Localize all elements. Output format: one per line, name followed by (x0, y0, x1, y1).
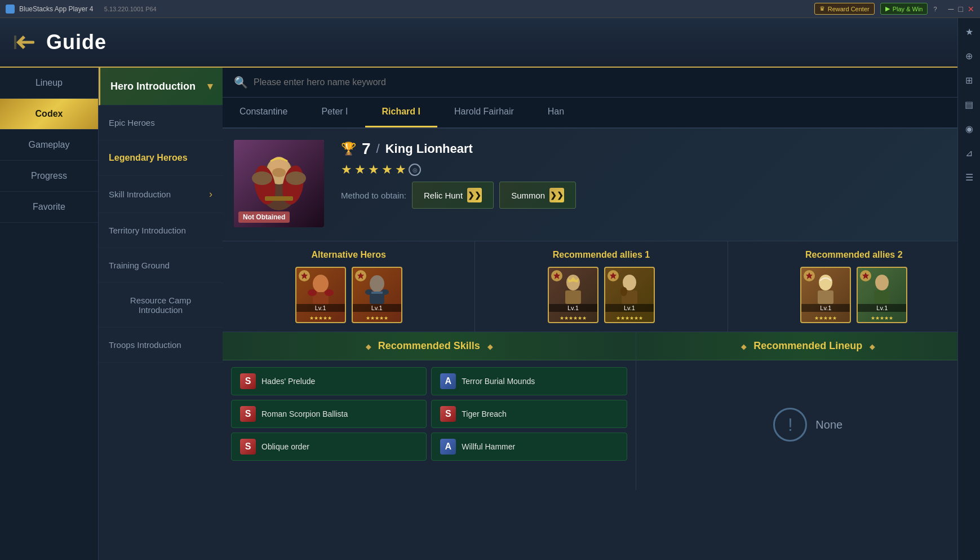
title-bar-right: ♛ Reward Center ▶ Play & Win ? ─ □ ✕ (814, 3, 974, 15)
hero-title-label: King Lionheart (385, 142, 473, 156)
hero-stars: ★ ★ ★ ★ ★ ◎ (341, 162, 969, 177)
sidebar-item-resource-camp[interactable]: Resource Camp Introduction (99, 283, 223, 328)
alternative-heros-title: Alternative Heros (234, 250, 463, 260)
toolbar-list-icon[interactable]: ▤ (961, 96, 977, 112)
obtain-row: Method to obtain: Relic Hunt ❯❯ Summon ❯… (341, 182, 969, 209)
recommended-allies-2-row: Lv.1 ★★★★★ Lv.1 (739, 267, 969, 323)
bottom-section: Recommended Skills S Hades' Prelude A Te… (223, 332, 980, 490)
ally1-card-1[interactable]: Lv.1 ★★★★★★ (548, 267, 598, 323)
sidebar-item-troops-intro[interactable]: Troops Introduction (99, 328, 223, 363)
toolbar-circle-icon[interactable]: ◉ (961, 121, 977, 136)
sidebar-item-skill-intro[interactable]: Skill Introduction › (99, 176, 223, 213)
window-controls: ─ □ ✕ (948, 5, 974, 14)
hero-avatar: Not Obtained (234, 140, 324, 227)
ally2-stars-1: ★★★★★ (801, 315, 850, 321)
search-input[interactable] (254, 77, 969, 87)
hero-card-stars-1: ★★★★★ (296, 315, 345, 321)
sidebar-item-territory-intro[interactable]: Territory Introduction (99, 213, 223, 248)
nav-item-codex[interactable]: Codex (0, 99, 98, 130)
help-icon[interactable]: ? (933, 6, 937, 12)
minimize-btn[interactable]: ─ (948, 5, 954, 14)
svg-point-19 (370, 275, 384, 292)
app-version: 5.13.220.1001 P64 (104, 6, 157, 12)
svg-rect-8 (265, 196, 293, 201)
not-obtained-badge: Not Obtained (238, 211, 290, 223)
ally1-level-1: Lv.1 (549, 304, 597, 312)
tab-richard-i[interactable]: Richard I (365, 98, 437, 127)
ally1-card-2[interactable]: Lv.1 ★★★★★★ (604, 267, 655, 323)
svg-point-10 (286, 171, 306, 185)
skill-name-1: Hades' Prelude (261, 377, 315, 386)
tab-han[interactable]: Han (531, 98, 581, 127)
svg-rect-34 (818, 290, 833, 304)
skill-badge-s-4: S (240, 439, 256, 455)
star-3: ★ (368, 162, 379, 177)
rank-icon: 🏆 (341, 142, 356, 156)
skill-item-hades-prelude[interactable]: S Hades' Prelude (231, 367, 427, 395)
summon-btn[interactable]: Summon ❯❯ (499, 182, 576, 209)
hero-detail: Not Obtained 🏆 7 / King Lionheart ★ ★ ★ … (223, 129, 980, 241)
main-layout: Lineup Codex Gameplay Progress Favorite … (0, 68, 980, 560)
toolbar-star-icon[interactable]: ★ (961, 24, 977, 39)
chevron-right-icon: › (209, 188, 212, 200)
maximize-btn[interactable]: □ (959, 5, 963, 14)
sidebar-item-training-ground[interactable]: Training Ground (99, 248, 223, 283)
svg-rect-23 (371, 292, 383, 294)
hero-card-rank-icon-1 (299, 270, 310, 281)
lineup-none-icon: ! (773, 408, 807, 442)
relic-hunt-btn[interactable]: Relic Hunt ❯❯ (412, 182, 494, 209)
skill-item-tiger-breach[interactable]: S Tiger Breach (431, 400, 627, 428)
skill-item-willful-hammer[interactable]: A Willful Hammer (431, 433, 627, 461)
title-bar: BlueStacks App Player 4 5.13.220.1001 P6… (0, 0, 980, 18)
play-win-btn[interactable]: ▶ Play & Win (880, 3, 928, 15)
nav-item-lineup[interactable]: Lineup (0, 68, 98, 99)
skill-badge-s-2: S (240, 406, 256, 422)
sidebar-item-legendary-heroes[interactable]: Legendary Heroes (99, 140, 223, 176)
alt-hero-card-1[interactable]: Lv.1 ★★★★★ (295, 267, 346, 323)
nav-item-gameplay[interactable]: Gameplay (0, 130, 98, 161)
nav-item-progress[interactable]: Progress (0, 161, 98, 192)
sidebar-item-hero-intro[interactable]: Hero Introduction ▾ (99, 68, 223, 105)
toolbar-angle-icon[interactable]: ⊿ (961, 145, 977, 161)
toolbar-add-icon[interactable]: ⊕ (961, 48, 977, 64)
skill-item-roman-scorpion[interactable]: S Roman Scorpion Ballista (231, 400, 427, 428)
skill-name-5: Oblique order (261, 442, 309, 451)
alternative-heros-col: Alternative Heros (223, 241, 475, 332)
skill-item-terror-burial[interactable]: A Terror Burial Mounds (431, 367, 627, 395)
back-button[interactable] (11, 31, 39, 54)
toolbar-grid-icon[interactable]: ⊞ (961, 72, 977, 88)
ally2-stars-2: ★★★★★ (858, 315, 906, 321)
sidebar-item-epic-heroes[interactable]: Epic Heroes (99, 105, 223, 140)
ally1-rank-1 (551, 270, 562, 281)
hero-tabs: Constantine Peter I Richard I Harold Fai… (223, 98, 980, 129)
ally2-level-1: Lv.1 (801, 304, 850, 312)
app-title: Guide (46, 30, 107, 54)
tab-harold-fairhair[interactable]: Harold Fairhair (437, 98, 531, 127)
rank-separator: / (376, 142, 380, 156)
skill-item-oblique-order[interactable]: S Oblique order (231, 433, 427, 461)
obtain-label: Method to obtain: (341, 191, 406, 200)
skill-name-3: Roman Scorpion Ballista (261, 409, 348, 418)
svg-marker-24 (553, 272, 560, 279)
ally2-card-1[interactable]: Lv.1 ★★★★★ (800, 267, 851, 323)
app-header: Guide (0, 18, 980, 68)
svg-point-17 (325, 289, 334, 296)
tab-constantine[interactable]: Constantine (223, 98, 304, 127)
star-2: ★ (354, 162, 366, 177)
title-bar-left: BlueStacks App Player 4 5.13.220.1001 P6… (6, 5, 157, 14)
relic-hunt-arrow-icon: ❯❯ (467, 188, 482, 202)
recommended-allies-1-title: Recommended allies 1 (486, 250, 716, 260)
nav-item-favorite[interactable]: Favorite (0, 192, 98, 223)
svg-point-36 (875, 275, 889, 290)
right-toolbar: ★ ⊕ ⊞ ▤ ◉ ⊿ ☰ (957, 18, 980, 560)
reward-center-btn[interactable]: ♛ Reward Center (814, 3, 875, 15)
ally1-level-2: Lv.1 (605, 304, 654, 312)
ally2-card-2[interactable]: Lv.1 ★★★★★ (857, 267, 907, 323)
svg-marker-2 (14, 36, 16, 49)
toolbar-menu-icon[interactable]: ☰ (961, 169, 977, 185)
close-btn[interactable]: ✕ (968, 5, 974, 14)
summon-arrow-icon: ❯❯ (549, 188, 564, 202)
tab-peter-i[interactable]: Peter I (304, 98, 365, 127)
skills-section-header: Recommended Skills (223, 332, 636, 360)
alt-hero-card-2[interactable]: Lv.1 ★★★★★ (352, 267, 402, 323)
